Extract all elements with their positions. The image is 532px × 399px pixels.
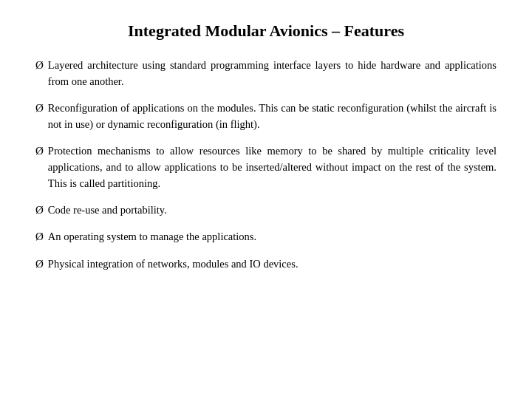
bullet-text-1: Layered architecture using standard prog…	[48, 57, 497, 89]
bullet-symbol-6: Ø	[35, 256, 44, 273]
slide-container: Integrated Modular Avionics – Features Ø…	[0, 0, 532, 399]
bullet-text-4: Code re-use and portability.	[48, 202, 497, 218]
bullet-symbol-3: Ø	[35, 143, 44, 160]
bullet-item-3: Ø Protection mechanisms to allow resourc…	[35, 143, 497, 191]
bullet-text-2: Reconfiguration of applications on the m…	[48, 100, 497, 132]
bullet-text-3: Protection mechanisms to allow resources…	[48, 143, 497, 191]
bullet-item-4: Ø Code re-use and portability.	[35, 202, 497, 219]
bullet-symbol-5: Ø	[35, 228, 44, 245]
bullet-symbol-2: Ø	[35, 100, 44, 117]
bullet-item-2: Ø Reconfiguration of applications on the…	[35, 100, 497, 132]
bullet-item-1: Ø Layered architecture using standard pr…	[35, 57, 497, 89]
bullet-text-5: An operating system to manage the applic…	[48, 228, 497, 245]
bullet-symbol-1: Ø	[35, 57, 44, 74]
bullet-symbol-4: Ø	[35, 202, 44, 219]
bullet-item-6: Ø Physical integration of networks, modu…	[35, 256, 497, 273]
slide-title: Integrated Modular Avionics – Features	[35, 21, 497, 42]
bullet-text-6: Physical integration of networks, module…	[48, 256, 497, 272]
bullet-item-5: Ø An operating system to manage the appl…	[35, 228, 497, 245]
